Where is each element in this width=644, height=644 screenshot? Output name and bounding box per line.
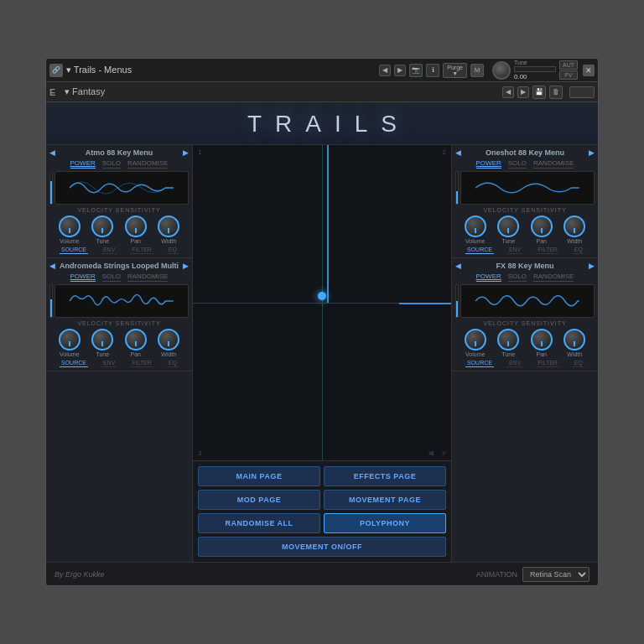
- right-width-knob-1[interactable]: [564, 216, 585, 237]
- left-volume-knob-1[interactable]: [59, 216, 80, 237]
- purge-area[interactable]: Purge ▼: [443, 63, 467, 78]
- left-knob-width-1: Width: [158, 216, 179, 244]
- left-inst-prev-2[interactable]: ◀: [49, 262, 55, 270]
- left-randomise-1[interactable]: RANDOMISE: [127, 159, 168, 169]
- effects-page-button[interactable]: EFFECTS PAGE: [324, 466, 446, 486]
- right-tab-eq-1[interactable]: EQ: [573, 246, 584, 254]
- left-vol-bar-2[interactable]: [49, 284, 53, 318]
- left-tune-knob-1[interactable]: [91, 216, 113, 237]
- randomise-all-button[interactable]: RANDOMISE ALL: [198, 513, 320, 533]
- save-icon[interactable]: 💾: [532, 86, 546, 99]
- left-vol-fill-2: [50, 299, 52, 317]
- left-knob-volume-2: Volume: [59, 329, 80, 357]
- left-pan-knob-1[interactable]: [125, 216, 147, 237]
- right-tune-knob-1[interactable]: [497, 216, 519, 237]
- right-vol-bar-2[interactable]: [455, 284, 459, 318]
- right-width-knob-2[interactable]: [564, 329, 585, 351]
- left-tab-source-2[interactable]: SOURCE: [60, 359, 88, 367]
- left-vol-bar-1[interactable]: [49, 171, 53, 205]
- right-vol-bar-1[interactable]: [455, 171, 459, 205]
- xy-label-y: Y: [442, 449, 446, 457]
- right-solo-1[interactable]: SOLO: [508, 159, 527, 169]
- extra-btn-2[interactable]: PV: [559, 70, 578, 80]
- left-tab-filter-1[interactable]: FILTER: [130, 246, 153, 254]
- extra-btn-1[interactable]: AUT: [559, 60, 578, 70]
- nav-prev-button[interactable]: ◀: [379, 65, 391, 76]
- left-panel: ◀ Atmo 88 Key Menu ▶ POWER SOLO RANDOMIS…: [46, 145, 193, 562]
- right-randomise-2[interactable]: RANDOMISE: [533, 273, 574, 282]
- left-knob-pan-2: Pan: [125, 329, 147, 357]
- right-volume-knob-2[interactable]: [465, 329, 486, 351]
- right-pan-knob-1[interactable]: [531, 216, 553, 237]
- right-tab-filter-1[interactable]: FILTER: [536, 246, 559, 254]
- info-icon[interactable]: ℹ: [426, 64, 439, 77]
- right-randomise-1[interactable]: RANDOMISE: [533, 159, 574, 169]
- view-toggle[interactable]: [569, 86, 595, 98]
- movement-page-button[interactable]: MOVEMENT PAGE: [324, 490, 446, 510]
- left-tab-filter-2[interactable]: FILTER: [130, 359, 153, 367]
- left-source-tabs-2: SOURCE ENV FILTER EQ: [49, 359, 189, 367]
- camera-icon[interactable]: 📷: [409, 64, 423, 77]
- right-tab-env-2[interactable]: ENV: [507, 359, 522, 367]
- xy-dot: [318, 292, 326, 300]
- right-tab-source-1[interactable]: SOURCE: [465, 246, 494, 254]
- left-inst-controls-2: POWER SOLO RANDOMISE: [49, 273, 189, 282]
- nav-next-button[interactable]: ▶: [394, 65, 406, 76]
- right-volume-knob-1[interactable]: [465, 216, 486, 237]
- left-power-2[interactable]: POWER: [70, 273, 96, 282]
- right-power-2[interactable]: POWER: [476, 273, 501, 282]
- right-tab-filter-2[interactable]: FILTER: [536, 359, 559, 367]
- left-tab-eq-1[interactable]: EQ: [167, 246, 179, 254]
- left-randomise-2[interactable]: RANDOMISE: [127, 273, 168, 282]
- left-tab-env-1[interactable]: ENV: [101, 246, 117, 254]
- left-source-tabs-1: SOURCE ENV FILTER EQ: [49, 246, 189, 254]
- xy-corner-tr: 2: [443, 148, 446, 156]
- left-vel-label-2: VELOCITY SENSITIVITY: [49, 320, 189, 326]
- left-pan-knob-2[interactable]: [125, 329, 147, 351]
- right-inst-prev-1[interactable]: ◀: [455, 148, 461, 157]
- left-section-1: ◀ Atmo 88 Key Menu ▶ POWER SOLO RANDOMIS…: [46, 145, 192, 258]
- tune-display: Tune 0.00: [514, 60, 556, 80]
- midi-icon[interactable]: M: [470, 64, 484, 77]
- left-width-knob-1[interactable]: [158, 216, 179, 237]
- left-solo-1[interactable]: SOLO: [102, 159, 121, 169]
- right-pan-knob-2[interactable]: [531, 329, 553, 351]
- right-solo-2[interactable]: SOLO: [508, 273, 527, 282]
- left-inst-next-1[interactable]: ▶: [183, 148, 189, 157]
- left-power-1[interactable]: POWER: [70, 159, 96, 169]
- animation-select[interactable]: Retina Scan: [522, 567, 589, 582]
- polyphony-button[interactable]: POLYPHONY: [324, 513, 446, 533]
- left-vol-fill-1: [50, 181, 52, 204]
- xy-pad[interactable]: 1 2 3 4 X Y: [193, 145, 451, 461]
- right-tab-eq-2[interactable]: EQ: [573, 359, 584, 367]
- right-inst-prev-2[interactable]: ◀: [455, 262, 461, 270]
- tune-knob[interactable]: [492, 61, 511, 80]
- tune-name: Tune: [514, 60, 556, 65]
- left-width-knob-2[interactable]: [158, 329, 179, 351]
- plugin-wrapper: 🔗 ▾ Trails - Menus ◀ ▶ 📷 ℹ Purge ▼ M Tun…: [45, 58, 599, 586]
- delete-icon[interactable]: 🗑: [549, 86, 563, 99]
- left-solo-2[interactable]: SOLO: [102, 273, 121, 282]
- left-inst-prev-1[interactable]: ◀: [49, 148, 55, 157]
- right-tab-source-2[interactable]: SOURCE: [465, 359, 494, 367]
- left-inst-next-2[interactable]: ▶: [183, 262, 189, 270]
- right-tab-env-1[interactable]: ENV: [507, 246, 522, 254]
- right-power-1[interactable]: POWER: [476, 159, 501, 169]
- left-tab-eq-2[interactable]: EQ: [167, 359, 179, 367]
- right-inst-next-2[interactable]: ▶: [589, 262, 595, 270]
- preset-prev[interactable]: ◀: [502, 86, 514, 98]
- left-tune-knob-2[interactable]: [91, 329, 113, 351]
- tune-fader[interactable]: [514, 66, 556, 72]
- left-section-2: ◀ Andromeda Strings Looped Multi ▶ POWER…: [46, 258, 192, 371]
- right-inst-next-1[interactable]: ▶: [589, 148, 595, 157]
- left-volume-knob-2[interactable]: [59, 329, 80, 351]
- right-inst-controls-2: POWER SOLO RANDOMISE: [455, 273, 595, 282]
- preset-next[interactable]: ▶: [517, 86, 529, 98]
- close-button[interactable]: ✕: [583, 65, 595, 76]
- right-tune-knob-2[interactable]: [497, 329, 519, 351]
- left-tab-env-2[interactable]: ENV: [101, 359, 117, 367]
- left-tab-source-1[interactable]: SOURCE: [60, 246, 88, 254]
- main-page-button[interactable]: MAIN PAGE: [198, 466, 320, 486]
- movement-onoff-button[interactable]: MOVEMENT ON/OFF: [198, 537, 446, 557]
- mod-page-button[interactable]: MOD PAGE: [198, 490, 320, 510]
